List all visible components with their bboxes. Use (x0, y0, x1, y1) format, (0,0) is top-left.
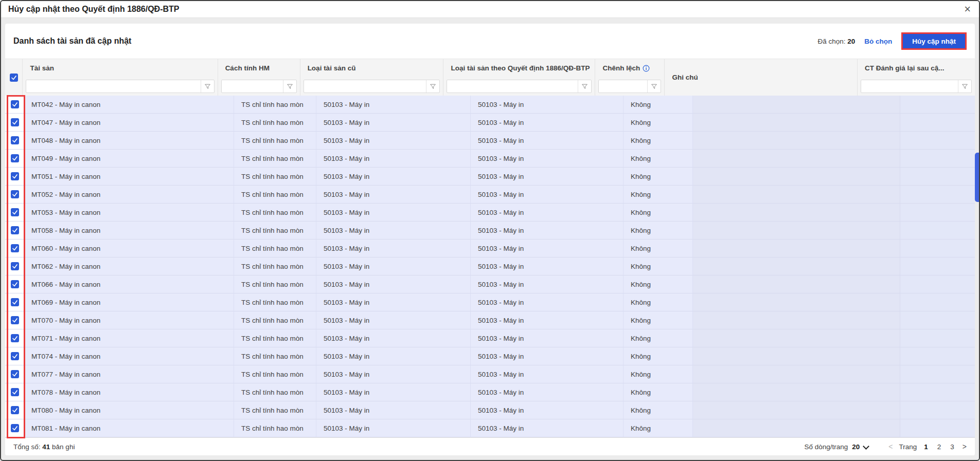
cell-old-type: 50103 - Máy in (316, 96, 471, 114)
row-checkbox[interactable] (11, 316, 19, 324)
page-number-3[interactable]: 3 (948, 443, 956, 451)
row-checkbox-cell (5, 329, 24, 347)
filter-funnel-icon[interactable] (647, 80, 661, 93)
table-row[interactable]: MT049 - Máy in canon TS chỉ tính hao mòn… (5, 150, 975, 168)
cell-ct (900, 168, 975, 186)
cell-method: TS chỉ tính hao mòn (234, 186, 316, 204)
filter-funnel-icon[interactable] (426, 80, 439, 93)
filter-input-ct[interactable] (861, 80, 958, 93)
cell-new-type: 50103 - Máy in (471, 401, 623, 419)
cell-difference: Không (623, 275, 693, 293)
row-checkbox-cell (5, 222, 24, 239)
filter-funnel-icon[interactable] (283, 80, 296, 93)
table-row[interactable]: MT070 - Máy in canon TS chỉ tính hao mòn… (5, 311, 975, 329)
row-checkbox[interactable] (11, 208, 19, 216)
table-row[interactable]: MT069 - Máy in canon TS chỉ tính hao mòn… (5, 293, 975, 311)
filter-funnel-icon[interactable] (958, 80, 971, 93)
cell-ct (900, 419, 975, 437)
row-checkbox[interactable] (11, 406, 19, 414)
row-checkbox-cell (5, 293, 24, 311)
cell-old-type: 50103 - Máy in (316, 365, 471, 383)
cell-note (693, 419, 900, 437)
table-row[interactable]: MT062 - Máy in canon TS chỉ tính hao mòn… (5, 257, 975, 275)
cell-method: TS chỉ tính hao mòn (234, 150, 316, 168)
cell-asset: MT069 - Máy in canon (24, 293, 234, 311)
page-size-select[interactable]: Số dòng/trang 20 (804, 443, 869, 451)
row-checkbox-cell (5, 204, 24, 222)
table-row[interactable]: MT071 - Máy in canon TS chỉ tính hao mòn… (5, 329, 975, 347)
table-footer: Tổng số: 41 bản ghi Số dòng/trang 20 < T… (5, 437, 975, 455)
cell-ct (900, 275, 975, 293)
row-checkbox[interactable] (11, 334, 19, 342)
row-checkbox[interactable] (11, 100, 19, 108)
column-header-note: Ghi chú (665, 59, 857, 96)
table-row[interactable]: MT058 - Máy in canon TS chỉ tính hao mòn… (5, 222, 975, 239)
row-checkbox[interactable] (11, 424, 19, 432)
cell-old-type: 50103 - Máy in (316, 347, 471, 365)
cell-note (693, 96, 900, 114)
filter-input-old-type[interactable] (304, 80, 426, 93)
table-header: Tài sản Cách tính HM (5, 59, 975, 96)
column-header-asset: Tài sản (23, 59, 217, 78)
row-checkbox[interactable] (11, 244, 19, 252)
table-row[interactable]: MT077 - Máy in canon TS chỉ tính hao mòn… (5, 365, 975, 383)
close-icon[interactable]: × (964, 4, 971, 15)
table-row[interactable]: MT047 - Máy in canon TS chỉ tính hao mòn… (5, 114, 975, 132)
table-row[interactable]: MT066 - Máy in canon TS chỉ tính hao mòn… (5, 275, 975, 293)
row-checkbox[interactable] (11, 226, 19, 234)
row-checkbox[interactable] (11, 280, 19, 288)
annotation-cancel-button: Hủy cập nhật (901, 32, 967, 50)
cell-new-type: 50103 - Máy in (471, 222, 623, 239)
select-all-cell (5, 59, 23, 96)
row-checkbox[interactable] (11, 118, 19, 126)
page-number-2[interactable]: 2 (935, 443, 943, 451)
row-checkbox[interactable] (11, 190, 19, 198)
table-row[interactable]: MT060 - Máy in canon TS chỉ tính hao mòn… (5, 239, 975, 257)
table-row[interactable]: MT048 - Máy in canon TS chỉ tính hao mòn… (5, 132, 975, 150)
next-page-button[interactable]: > (961, 442, 968, 451)
cell-asset: MT042 - Máy in canon (24, 96, 234, 114)
filter-input-method[interactable] (222, 80, 283, 93)
cell-note (693, 365, 900, 383)
filter-funnel-icon[interactable] (201, 80, 214, 93)
table-row[interactable]: MT053 - Máy in canon TS chỉ tính hao mòn… (5, 204, 975, 222)
cell-new-type: 50103 - Máy in (471, 96, 623, 114)
filter-input-difference[interactable] (599, 80, 647, 93)
column-old-type: Loại tài sản cũ (300, 59, 444, 96)
row-checkbox[interactable] (11, 298, 19, 306)
row-checkbox[interactable] (11, 388, 19, 396)
table-row[interactable]: MT051 - Máy in canon TS chỉ tính hao mòn… (5, 168, 975, 186)
page-number-1[interactable]: 1 (922, 443, 930, 451)
filter-input-new-type[interactable] (447, 80, 578, 93)
info-icon[interactable] (643, 65, 650, 72)
cell-difference: Không (623, 186, 693, 204)
row-checkbox[interactable] (11, 370, 19, 378)
filter-funnel-icon[interactable] (578, 80, 591, 93)
table-row[interactable]: MT074 - Máy in canon TS chỉ tính hao mòn… (5, 347, 975, 365)
table-row[interactable]: MT080 - Máy in canon TS chỉ tính hao mòn… (5, 401, 975, 419)
table-row[interactable]: MT052 - Máy in canon TS chỉ tính hao mòn… (5, 186, 975, 204)
row-checkbox-cell (5, 347, 24, 365)
cell-note (693, 401, 900, 419)
cell-method: TS chỉ tính hao mòn (234, 257, 316, 275)
vertical-scrollbar-thumb[interactable] (975, 153, 979, 202)
column-header-old-type: Loại tài sản cũ (300, 59, 443, 78)
cell-method: TS chỉ tính hao mòn (234, 114, 316, 132)
table-row[interactable]: MT078 - Máy in canon TS chỉ tính hao mòn… (5, 383, 975, 401)
row-checkbox[interactable] (11, 352, 19, 360)
checkmark-icon (12, 335, 18, 341)
cell-method: TS chỉ tính hao mòn (234, 132, 316, 150)
cell-new-type: 50103 - Máy in (471, 365, 623, 383)
checkmark-icon (12, 137, 18, 143)
row-checkbox[interactable] (11, 136, 19, 144)
table-row[interactable]: MT081 - Máy in canon TS chỉ tính hao mòn… (5, 419, 975, 437)
prev-page-button[interactable]: < (887, 442, 894, 451)
row-checkbox[interactable] (11, 172, 19, 180)
select-all-checkbox[interactable] (10, 73, 18, 82)
table-row[interactable]: MT042 - Máy in canon TS chỉ tính hao mòn… (5, 96, 975, 114)
filter-input-asset[interactable] (26, 80, 200, 93)
deselect-link[interactable]: Bỏ chọn (864, 38, 892, 45)
row-checkbox[interactable] (11, 262, 19, 270)
cancel-update-button[interactable]: Hủy cập nhật (903, 34, 965, 48)
row-checkbox[interactable] (11, 154, 19, 162)
